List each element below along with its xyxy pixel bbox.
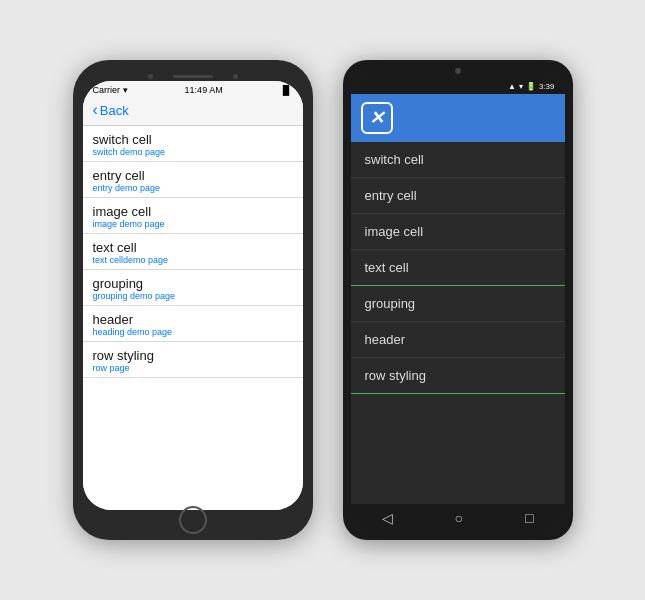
android-list: switch cellentry cellimage celltext cell… bbox=[351, 142, 565, 504]
android-status-bar: ▲ ▾ 🔋 3:39 bbox=[351, 76, 565, 94]
ios-status-bar: Carrier ▾ 11:49 AM ▐▌ bbox=[83, 81, 303, 97]
ios-battery: ▐▌ bbox=[280, 85, 293, 95]
ios-item-title: grouping bbox=[93, 276, 293, 291]
signal-icon: ▲ bbox=[508, 82, 516, 91]
ios-item-title: entry cell bbox=[93, 168, 293, 183]
ios-item-title: row styling bbox=[93, 348, 293, 363]
android-item-title: text cell bbox=[365, 260, 409, 275]
ios-item-title: switch cell bbox=[93, 132, 293, 147]
ios-time: 11:49 AM bbox=[185, 85, 223, 95]
android-item-title: grouping bbox=[365, 296, 416, 311]
android-status-icons: ▲ ▾ 🔋 3:39 bbox=[508, 82, 555, 91]
android-list-item[interactable]: row styling bbox=[351, 358, 565, 394]
android-list-item[interactable]: switch cell bbox=[351, 142, 565, 178]
android-phone: ▲ ▾ 🔋 3:39 ✕ switch cellentry cellimage … bbox=[343, 60, 573, 540]
ios-list: switch cell switch demo page entry cell … bbox=[83, 126, 303, 510]
ios-home-indicator bbox=[83, 510, 303, 530]
android-item-title: switch cell bbox=[365, 152, 424, 167]
ios-home-button[interactable] bbox=[179, 506, 207, 534]
ios-list-item[interactable]: entry cell entry demo page bbox=[83, 162, 303, 198]
app-icon-x: ✕ bbox=[369, 107, 384, 129]
ios-item-title: text cell bbox=[93, 240, 293, 255]
ios-item-title: header bbox=[93, 312, 293, 327]
android-screen: ▲ ▾ 🔋 3:39 ✕ switch cellentry cellimage … bbox=[351, 76, 565, 532]
ios-speaker bbox=[173, 75, 213, 78]
android-item-title: entry cell bbox=[365, 188, 417, 203]
ios-navigation-bar: ‹ Back bbox=[83, 97, 303, 126]
android-home-button[interactable]: ○ bbox=[455, 510, 463, 526]
ios-top-notch bbox=[83, 70, 303, 81]
wifi-icon: ▾ bbox=[519, 82, 523, 91]
android-item-title: row styling bbox=[365, 368, 426, 383]
ios-list-item[interactable]: image cell image demo page bbox=[83, 198, 303, 234]
carrier-label: Carrier bbox=[93, 85, 121, 95]
ios-list-item[interactable]: grouping grouping demo page bbox=[83, 270, 303, 306]
ios-camera-front bbox=[233, 74, 238, 79]
android-list-item[interactable]: image cell bbox=[351, 214, 565, 250]
android-list-item[interactable]: grouping bbox=[351, 286, 565, 322]
ios-back-button[interactable]: ‹ Back bbox=[93, 101, 293, 119]
ios-item-subtitle: row page bbox=[93, 363, 293, 373]
ios-item-subtitle: entry demo page bbox=[93, 183, 293, 193]
android-camera bbox=[455, 68, 461, 74]
ios-camera bbox=[148, 74, 153, 79]
ios-phone: Carrier ▾ 11:49 AM ▐▌ ‹ Back switch cell… bbox=[73, 60, 313, 540]
ios-item-title: image cell bbox=[93, 204, 293, 219]
android-nav-bar: ◁ ○ □ bbox=[351, 504, 565, 532]
android-recents-button[interactable]: □ bbox=[525, 510, 533, 526]
ios-item-subtitle: text celldemo page bbox=[93, 255, 293, 265]
ios-item-subtitle: heading demo page bbox=[93, 327, 293, 337]
android-list-item[interactable]: entry cell bbox=[351, 178, 565, 214]
ios-list-item[interactable]: text cell text celldemo page bbox=[83, 234, 303, 270]
android-time: 3:39 bbox=[539, 82, 555, 91]
ios-item-subtitle: grouping demo page bbox=[93, 291, 293, 301]
ios-list-item[interactable]: header heading demo page bbox=[83, 306, 303, 342]
ios-item-subtitle: image demo page bbox=[93, 219, 293, 229]
back-label: Back bbox=[100, 103, 129, 118]
android-list-item[interactable]: header bbox=[351, 322, 565, 358]
ios-item-subtitle: switch demo page bbox=[93, 147, 293, 157]
android-app-icon: ✕ bbox=[361, 102, 393, 134]
android-app-header: ✕ bbox=[351, 94, 565, 142]
android-item-title: header bbox=[365, 332, 405, 347]
ios-list-item[interactable]: row styling row page bbox=[83, 342, 303, 378]
wifi-icon: ▾ bbox=[123, 85, 128, 95]
android-list-item[interactable]: text cell bbox=[351, 250, 565, 286]
android-item-title: image cell bbox=[365, 224, 424, 239]
ios-list-item[interactable]: switch cell switch demo page bbox=[83, 126, 303, 162]
android-back-button[interactable]: ◁ bbox=[382, 510, 393, 526]
ios-carrier: Carrier ▾ bbox=[93, 85, 128, 95]
ios-screen: Carrier ▾ 11:49 AM ▐▌ ‹ Back switch cell… bbox=[83, 81, 303, 510]
back-chevron-icon: ‹ bbox=[93, 101, 98, 119]
battery-icon: 🔋 bbox=[526, 82, 536, 91]
